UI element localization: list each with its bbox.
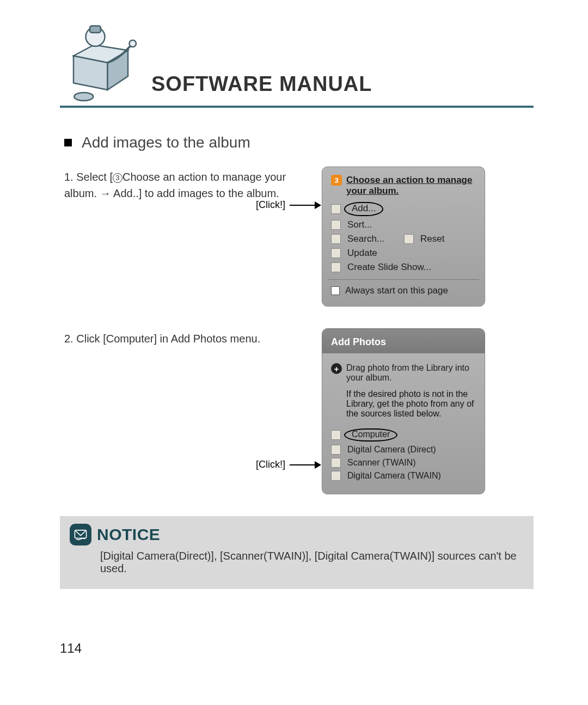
step-2-text: 2. Click [Computer] in Add Photos menu.: [60, 328, 321, 347]
plus-icon: +: [331, 363, 342, 374]
highlight-circle-icon: Computer: [344, 428, 397, 442]
list-item-icon: [331, 430, 341, 440]
click-callout-1: [Click!]: [256, 199, 321, 211]
list-item-icon: [331, 262, 341, 272]
click-callout-2: [Click!]: [256, 459, 321, 470]
arrow-right-icon: [315, 201, 321, 209]
action-add[interactable]: Add...: [331, 202, 476, 216]
list-item-icon: [331, 204, 341, 214]
page-number: 114: [60, 641, 82, 656]
header-title: SOFTWARE MANUAL: [151, 72, 372, 96]
drag-instruction: Drag photo from the Library into your al…: [346, 363, 476, 383]
arrow-line-icon: [290, 205, 315, 206]
list-item-icon: [404, 234, 414, 244]
square-bullet-icon: [64, 139, 72, 146]
panel-title: Add Photos: [322, 329, 485, 353]
notice-box: NOTICE [Digital Camera(Direct)], [Scanne…: [60, 516, 534, 589]
panel-head-text: Choose an action to manage your album.: [346, 175, 476, 197]
source-scanner-twain[interactable]: Scanner (TWAIN): [331, 458, 476, 468]
panel-add-photos: Add Photos + Drag photo from the Library…: [322, 328, 485, 494]
divider: [328, 279, 479, 280]
action-search[interactable]: Search...: [347, 234, 384, 244]
step-1-text: 1. Select [3Choose an action to manage y…: [60, 167, 321, 201]
always-start-checkbox[interactable]: Always start on this page: [331, 285, 476, 296]
source-computer[interactable]: Computer: [331, 428, 476, 442]
panel-description: If the desired photo is not in the Libra…: [346, 389, 476, 419]
step-1: 1. Select [3Choose an action to manage y…: [60, 167, 534, 306]
list-item-icon: [331, 471, 341, 481]
page-header: SOFTWARE MANUAL: [60, 22, 534, 108]
notice-icon: [70, 524, 91, 545]
mascot-illustration: [60, 22, 142, 103]
checkbox-icon: [331, 286, 340, 295]
svg-point-5: [130, 40, 137, 47]
section-heading-text: Add images to the album: [82, 134, 250, 151]
notice-body: [Digital Camera(Direct)], [Scanner(TWAIN…: [100, 550, 524, 575]
svg-rect-4: [90, 26, 101, 33]
action-sort[interactable]: Sort...: [331, 219, 476, 230]
source-digital-camera-twain[interactable]: Digital Camera (TWAIN): [331, 471, 476, 481]
highlight-circle-icon: Add...: [344, 202, 383, 216]
list-item-icon: [331, 234, 341, 244]
svg-point-6: [74, 93, 93, 101]
step-number-badge: 3: [113, 173, 122, 183]
action-update[interactable]: Update: [331, 248, 476, 259]
list-item-icon: [331, 220, 341, 230]
step-2: 2. Click [Computer] in Add Photos menu. …: [60, 328, 534, 494]
action-create-slide-show[interactable]: Create Slide Show...: [331, 262, 476, 273]
source-digital-camera-direct[interactable]: Digital Camera (Direct): [331, 445, 476, 455]
panel-choose-action: 3 Choose an action to manage your album.…: [322, 167, 485, 306]
notice-label: NOTICE: [97, 525, 160, 544]
step-badge-icon: 3: [331, 175, 342, 186]
arrow-line-icon: [290, 464, 315, 465]
arrow-right-icon: [315, 461, 321, 469]
list-item-icon: [331, 445, 341, 455]
section-heading: Add images to the album: [64, 134, 534, 151]
list-item-icon: [331, 248, 341, 258]
action-reset[interactable]: Reset: [420, 234, 444, 244]
list-item-icon: [331, 458, 341, 468]
